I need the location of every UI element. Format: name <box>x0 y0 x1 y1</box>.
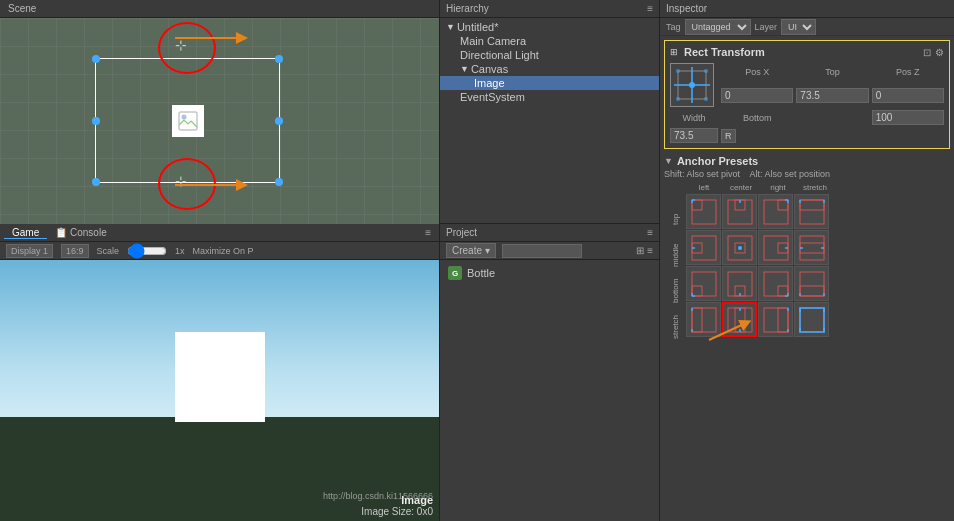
console-tab[interactable]: 📋 Console <box>47 227 114 239</box>
tab-more[interactable]: ≡ <box>421 227 435 238</box>
row-label-top: top <box>664 201 686 237</box>
inspector-tab-label[interactable]: Inspector <box>666 3 707 14</box>
tag-label: Tag <box>666 22 681 32</box>
project-tab-label[interactable]: Project <box>446 227 477 238</box>
svg-rect-65 <box>778 308 788 332</box>
anchor-str-stretch[interactable] <box>794 302 829 337</box>
hier-item-dir-light[interactable]: Directional Light <box>440 48 659 62</box>
svg-rect-27 <box>692 236 716 260</box>
url-label: http://blog.csdn.ki11566666 <box>323 491 433 501</box>
handle-ml[interactable] <box>92 117 100 125</box>
svg-rect-45 <box>728 272 752 296</box>
scale-value: 1x <box>175 246 185 256</box>
scene-tab[interactable]: Scene <box>8 3 36 14</box>
top-field[interactable] <box>796 88 868 103</box>
svg-rect-53 <box>800 286 824 296</box>
hierarchy-tab-label[interactable]: Hierarchy <box>446 3 489 14</box>
row-label-bottom: bottom <box>664 273 686 309</box>
rect-transform-title: Rect Transform <box>684 46 765 58</box>
project-menu[interactable]: ≡ <box>647 227 653 238</box>
scale-slider[interactable] <box>127 247 167 255</box>
anchor-mid-stretch[interactable] <box>794 230 829 265</box>
r-btn[interactable]: R <box>721 129 736 143</box>
handle-tr[interactable] <box>275 55 283 63</box>
hierarchy-menu[interactable]: ≡ <box>647 3 653 14</box>
svg-rect-1 <box>179 112 197 130</box>
col-label-right: right <box>760 183 796 192</box>
hier-item-untitled[interactable]: ▼ Untitled* <box>440 20 659 34</box>
svg-rect-48 <box>764 272 788 296</box>
width-label: Width <box>670 113 718 123</box>
svg-point-10 <box>676 97 680 101</box>
svg-rect-64 <box>764 308 788 332</box>
rt-icon1[interactable]: ⊡ <box>923 47 931 58</box>
svg-point-9 <box>704 69 708 73</box>
svg-rect-41 <box>692 272 716 296</box>
layer-select[interactable]: UI <box>781 19 816 35</box>
project-icons[interactable]: ⊞ ≡ <box>636 245 653 256</box>
svg-rect-16 <box>728 200 752 224</box>
svg-point-11 <box>704 97 708 101</box>
col-label-center: center <box>723 183 759 192</box>
anchor-bot-center[interactable] <box>722 266 757 301</box>
rect-transform-section: ⊞ Rect Transform ⊡ ⚙ <box>664 40 950 149</box>
anchor-top-stretch[interactable] <box>794 194 829 229</box>
hier-item-image[interactable]: Image <box>440 76 659 90</box>
anchor-row-middle <box>686 230 833 265</box>
anchor-bot-stretch[interactable] <box>794 266 829 301</box>
hier-item-main-camera[interactable]: Main Camera <box>440 34 659 48</box>
svg-rect-24 <box>800 200 824 210</box>
bottom-field[interactable] <box>670 128 718 143</box>
anchor-top-left[interactable] <box>686 194 721 229</box>
svg-rect-34 <box>764 236 788 260</box>
game-tab[interactable]: Game <box>4 227 47 239</box>
row-label-stretch: stretch <box>664 309 686 345</box>
anchor-presets-section: ▼ Anchor Presets Shift: Also set pivot A… <box>664 155 950 519</box>
anchor-bot-right[interactable] <box>758 266 793 301</box>
anchor-mid-left[interactable] <box>686 230 721 265</box>
anchor-row-stretch <box>686 302 833 337</box>
layer-label: Layer <box>755 22 778 32</box>
aspect-selector[interactable]: 16:9 <box>61 244 89 258</box>
rt-icon2[interactable]: ⚙ <box>935 47 944 58</box>
svg-rect-23 <box>800 200 824 224</box>
handle-mr[interactable] <box>275 117 283 125</box>
col-label-left: left <box>686 183 722 192</box>
anchor-row-top <box>686 194 833 229</box>
svg-rect-12 <box>692 200 716 224</box>
width-field[interactable] <box>872 110 944 125</box>
anchor-mid-right[interactable] <box>758 230 793 265</box>
scale-label: Scale <box>97 246 120 256</box>
anchor-top-right[interactable] <box>758 194 793 229</box>
bottom-label: Bottom <box>721 113 793 123</box>
anchor-bot-left[interactable] <box>686 266 721 301</box>
create-btn[interactable]: Create ▾ <box>446 243 496 258</box>
game-view: Game 📋 Console ≡ Display 1 16:9 Scale 1x… <box>0 224 439 521</box>
game-image-rect <box>175 332 265 422</box>
image-info-size: Image Size: 0x0 <box>361 506 433 517</box>
project-item-bottle[interactable]: G Bottle <box>444 264 655 282</box>
anchor-top-center[interactable] <box>722 194 757 229</box>
svg-rect-38 <box>800 243 824 253</box>
image-icon <box>172 105 204 137</box>
handle-bl[interactable] <box>92 178 100 186</box>
pos-x-label: Pos X <box>721 67 793 77</box>
svg-rect-52 <box>800 272 824 296</box>
maximize-btn[interactable]: Maximize On P <box>193 246 254 256</box>
pos-x-field[interactable] <box>721 88 793 103</box>
pos-z-label: Pos Z <box>872 67 944 77</box>
svg-rect-69 <box>800 308 824 332</box>
hier-item-canvas[interactable]: ▼ Canvas <box>440 62 659 76</box>
project-search[interactable] <box>502 244 582 258</box>
project-panel: Project ≡ Create ▾ ⊞ ≡ G Bottle <box>440 224 659 521</box>
svg-rect-57 <box>692 308 702 332</box>
hier-item-eventsystem[interactable]: EventSystem <box>440 90 659 104</box>
handle-tl[interactable] <box>92 55 100 63</box>
orange-arrow-top <box>170 28 250 48</box>
display-selector[interactable]: Display 1 <box>6 244 53 258</box>
anchor-presets-title: Anchor Presets <box>677 155 758 167</box>
tag-select[interactable]: Untagged <box>685 19 751 35</box>
handle-br[interactable] <box>275 178 283 186</box>
anchor-mid-center[interactable] <box>722 230 757 265</box>
pos-z-field[interactable] <box>872 88 944 103</box>
